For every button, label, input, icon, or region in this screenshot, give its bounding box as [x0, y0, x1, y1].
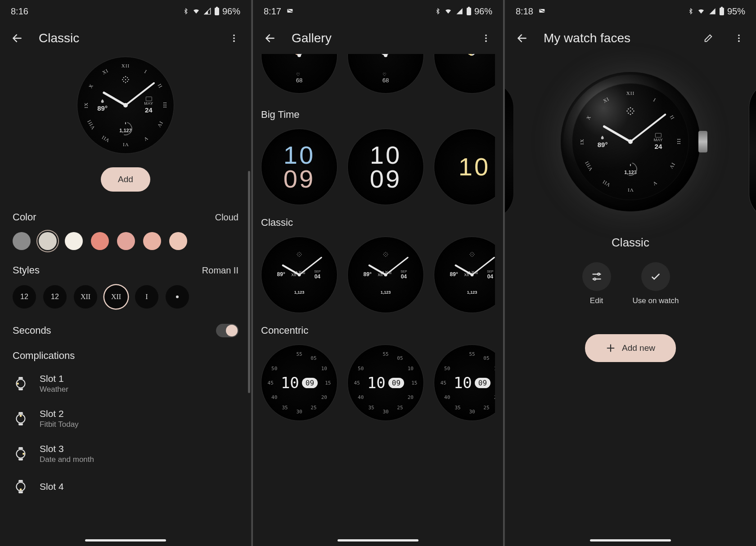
- svg-point-52: [470, 255, 471, 256]
- add-new-button[interactable]: Add new: [585, 334, 676, 362]
- watch-face-thumb[interactable]: 5505101520253035404550 1009: [434, 345, 495, 421]
- svg-point-8: [128, 79, 129, 81]
- svg-point-28: [299, 252, 300, 253]
- overflow-menu-button[interactable]: [730, 29, 748, 47]
- style-chip[interactable]: 12: [13, 285, 36, 309]
- svg-point-30: [297, 254, 298, 255]
- complication-slot[interactable]: Slot 2 Fitbit Today: [13, 401, 238, 436]
- color-swatch[interactable]: [39, 232, 57, 250]
- complication-bottom: 1,123: [624, 163, 637, 176]
- watch-face-thumb[interactable]: 1009: [261, 129, 338, 205]
- svg-point-25: [485, 35, 487, 36]
- gesture-bar[interactable]: [338, 539, 418, 542]
- slot-title: Slot 3: [40, 443, 94, 454]
- svg-point-2: [233, 35, 235, 36]
- style-chip[interactable]: [166, 285, 189, 309]
- svg-point-36: [299, 254, 300, 255]
- add-button[interactable]: Add: [101, 167, 150, 192]
- svg-point-58: [738, 35, 740, 36]
- svg-point-37: [385, 252, 386, 253]
- overflow-menu-button[interactable]: [477, 29, 495, 47]
- overflow-menu-button[interactable]: [225, 29, 243, 47]
- style-chip[interactable]: 12: [43, 285, 67, 309]
- bluetooth-icon: [183, 7, 189, 16]
- svg-point-4: [233, 40, 235, 42]
- svg-point-11: [123, 81, 125, 82]
- svg-point-21: [20, 488, 22, 491]
- slot-subtitle: Fitbit Today: [40, 420, 79, 429]
- svg-point-54: [472, 254, 472, 255]
- seconds-row[interactable]: Seconds: [13, 313, 238, 342]
- edit-pencil-button[interactable]: [699, 29, 717, 47]
- use-on-watch-action[interactable]: Use on watch: [633, 262, 679, 305]
- watch-face-thumb[interactable]: XII VI IX III 89° SEP04 1,123: [347, 237, 424, 313]
- svg-point-71: [594, 278, 595, 280]
- app-bar: Gallery: [253, 22, 503, 54]
- watch-face-thumb[interactable]: ♡68: [347, 54, 424, 94]
- color-swatch[interactable]: [13, 232, 31, 250]
- svg-point-3: [233, 37, 235, 39]
- watch-crown: [698, 131, 707, 152]
- style-chip[interactable]: XII: [104, 285, 128, 309]
- svg-point-49: [474, 254, 475, 255]
- prev-face-peek[interactable]: [505, 81, 514, 220]
- svg-point-5: [125, 76, 126, 77]
- watch-face-thumb[interactable]: 10: [434, 129, 495, 205]
- battery-pct: 96%: [222, 6, 240, 17]
- color-swatch-row[interactable]: [13, 228, 238, 255]
- complication-slot[interactable]: Slot 4: [13, 471, 238, 502]
- watch-face-thumb[interactable]: XII VI IX III 89° SEP04 1,123: [434, 237, 495, 313]
- watch-face-thumb[interactable]: [434, 54, 495, 94]
- svg-point-19: [22, 453, 25, 455]
- page-title: Classic: [39, 31, 212, 45]
- slot-subtitle: Weather: [40, 385, 68, 394]
- seconds-toggle[interactable]: [216, 324, 238, 337]
- status-time: 8:17: [264, 6, 281, 17]
- watch-face-preview-large[interactable]: XII III VI IX I II XI X IV V VIII VII 89…: [561, 72, 700, 211]
- color-swatch[interactable]: [65, 232, 83, 250]
- complication-slot[interactable]: Slot 3 Date and month: [13, 436, 238, 471]
- style-chip-row[interactable]: 1212XIIXIII: [13, 282, 238, 313]
- bluetooth-icon: [435, 7, 441, 16]
- svg-point-10: [127, 77, 128, 79]
- style-chip[interactable]: XII: [74, 285, 97, 309]
- svg-rect-1: [216, 7, 218, 8]
- seconds-label: Seconds: [13, 325, 51, 336]
- svg-point-43: [384, 255, 385, 256]
- color-swatch[interactable]: [169, 232, 187, 250]
- svg-point-44: [387, 255, 387, 256]
- signal-icon: [203, 8, 212, 15]
- gesture-bar[interactable]: [590, 539, 671, 542]
- color-swatch[interactable]: [117, 232, 135, 250]
- watch-face-preview[interactable]: XII III VI IX I II XI X IV V VIII VII 89…: [77, 57, 174, 154]
- slot-title: Slot 1: [40, 373, 68, 384]
- style-chip[interactable]: I: [135, 285, 158, 309]
- svg-point-45: [385, 254, 386, 255]
- complication-right: MAY 24: [144, 97, 153, 114]
- svg-point-29: [299, 256, 300, 257]
- svg-point-66: [632, 108, 633, 110]
- edit-action[interactable]: Edit: [582, 262, 611, 305]
- back-button[interactable]: [261, 29, 279, 47]
- back-button[interactable]: [8, 29, 26, 47]
- back-button[interactable]: [513, 29, 531, 47]
- gesture-bar[interactable]: [85, 539, 166, 542]
- color-swatch[interactable]: [143, 232, 161, 250]
- watch-face-thumb[interactable]: XII VI IX III 89° SEP04 1,123: [261, 237, 338, 313]
- watch-face-thumb[interactable]: 1009: [347, 129, 424, 205]
- status-bar: 8:16 96%: [0, 0, 251, 22]
- svg-point-41: [384, 253, 385, 254]
- watch-face-thumb[interactable]: 5505101520253035404550 1009: [347, 345, 424, 421]
- watch-face-thumb[interactable]: ♡68: [261, 54, 338, 94]
- page-title: Gallery: [292, 31, 464, 45]
- scrollbar[interactable]: [248, 171, 250, 393]
- next-face-peek[interactable]: [749, 81, 756, 220]
- section-heading-classic: Classic: [261, 205, 495, 237]
- add-button-label: Add: [118, 175, 133, 184]
- color-swatch[interactable]: [91, 232, 109, 250]
- complication-slot[interactable]: Slot 1 Weather: [13, 366, 238, 401]
- watch-face-thumb[interactable]: 5505101520253035404550 1009: [261, 345, 338, 421]
- add-new-label: Add new: [622, 343, 655, 353]
- svg-point-31: [301, 254, 302, 255]
- current-face-name: Classic: [612, 211, 649, 250]
